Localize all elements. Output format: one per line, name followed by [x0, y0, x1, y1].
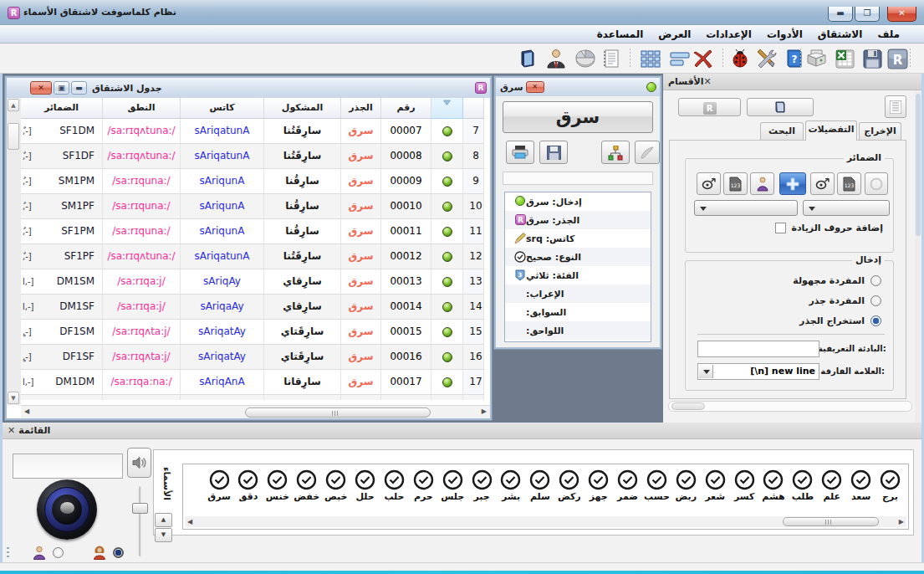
toolbar-bars-icon[interactable]	[669, 48, 692, 70]
names-scroll-down-button[interactable]: ▼	[155, 528, 172, 542]
marker-combo[interactable]: [\n] new line	[697, 363, 819, 380]
toolbar-help-icon[interactable]: ?	[784, 48, 806, 70]
info-row-3[interactable]: النوع: صحيح	[505, 248, 651, 266]
female-voice-radio[interactable]	[113, 547, 124, 558]
table-row-7[interactable]: ٌ,-]SF1DM/sa:rɪqʌtuna:/sAriqatunAسارِقَت…	[21, 119, 490, 144]
name-item-حلل[interactable]: حلل	[350, 469, 380, 516]
name-item-جبر[interactable]: جبر	[467, 469, 497, 516]
name-item-خفض[interactable]: خفض	[292, 469, 321, 516]
name-item-برج[interactable]: برج	[876, 469, 905, 516]
column-header[interactable]: الجذر	[341, 98, 381, 119]
sections-book-button[interactable]	[747, 98, 814, 116]
info-row-6[interactable]: السوابق:	[505, 303, 651, 321]
extra-letters-checkbox[interactable]	[775, 223, 786, 233]
info-row-4[interactable]: 3الفئة: ثلاثي	[505, 266, 651, 284]
name-item-علم[interactable]: علم	[817, 469, 846, 516]
toolbar-red-x-icon[interactable]	[692, 48, 715, 70]
toolbar-document-icon[interactable]	[600, 48, 623, 70]
menu-2[interactable]: الأدوات	[759, 28, 810, 40]
female-voice-option[interactable]	[93, 546, 124, 560]
table-row-18[interactable]: ا,-]DM1DF/sa:rɪqa:na:/sAriqAnAسارِقاناسر…	[21, 395, 490, 400]
tab-search[interactable]: البحث	[760, 122, 804, 140]
root-save-button[interactable]	[539, 141, 568, 164]
menu-1[interactable]: الاشتقاق	[810, 28, 870, 40]
sections-list-button[interactable]	[885, 95, 906, 118]
pronoun-combo-left[interactable]	[694, 200, 798, 216]
name-item-كسر[interactable]: كسر	[730, 469, 759, 516]
table-horizontal-scrollbar[interactable]: ◀ ▶	[21, 405, 490, 418]
table-row-15[interactable]: ٍ,-]DF1SM/sa:rɪqʌta:j/sAriqatAyسارِقَتاي…	[21, 320, 490, 345]
info-row-7[interactable]: اللواحق:	[505, 321, 651, 340]
speaker-button[interactable]	[127, 448, 151, 478]
pronoun-gender-button-right[interactable]	[810, 172, 835, 195]
table-maximize-button[interactable]: ▣	[54, 81, 69, 95]
table-row-14[interactable]: ا,-]DM1SF/sa:rɪqa:j/sAriqaAyسارِقايسرق00…	[21, 295, 490, 320]
menu-5[interactable]: المساعدة	[590, 28, 651, 40]
name-item-شعر[interactable]: شعر	[701, 469, 730, 516]
name-item-خنس[interactable]: خنس	[263, 469, 292, 516]
name-item-طلب[interactable]: طلب	[788, 469, 817, 516]
pronoun-combo-right[interactable]	[803, 200, 890, 216]
name-item-خبص[interactable]: خبص	[321, 469, 350, 516]
name-item-سلم[interactable]: سلم	[525, 469, 554, 516]
column-header[interactable]: الضمائر	[21, 98, 103, 119]
name-item-سرق[interactable]: سرق	[205, 469, 234, 516]
column-header[interactable]: كاتس	[181, 98, 264, 119]
radio-row-unknown[interactable]: المفردة مجهولة	[793, 275, 881, 286]
pronoun-add-button[interactable]	[779, 172, 806, 195]
name-item-حرم[interactable]: حرم	[409, 469, 438, 516]
table-row-13[interactable]: ا,-]DM1SM/sa:rɪqa:j/sAriqAyسارِقايسرق000…	[21, 269, 490, 295]
male-voice-option[interactable]	[33, 546, 64, 560]
name-item-جهز[interactable]: جهز	[584, 469, 613, 516]
table-minimize-button[interactable]: ▬	[71, 81, 87, 95]
pronoun-numbers-button-left[interactable]: 123	[723, 172, 748, 195]
table-row-16[interactable]: ٍ,-]DF1SF/sa:rɪqʌta:j/sAriqatAyسارِقَتاي…	[21, 345, 490, 370]
toolbar-printer-icon[interactable]	[805, 48, 828, 70]
column-filter-icon[interactable]	[431, 98, 463, 119]
table-row-12[interactable]: ٌ,-]SF1PF/sa:rɪqʌtuna:/sAriqatunAسارِقَت…	[21, 244, 490, 269]
root-panel-close-button[interactable]: ✕	[526, 81, 544, 93]
prefix-input[interactable]	[697, 341, 819, 357]
root-input-strip[interactable]	[503, 172, 653, 185]
column-header[interactable]: المشكول	[264, 98, 341, 119]
table-row-17[interactable]: ا,-]DM1DM/sa:rɪqa:na:/sAriqAnAسارِقاناسر…	[21, 370, 490, 395]
root-print-button[interactable]	[506, 141, 534, 164]
sections-close-icon[interactable]: ✕	[704, 76, 712, 87]
close-button[interactable]: ✕	[887, 7, 916, 22]
info-row-0[interactable]: إدخال: سرق	[505, 192, 651, 211]
sections-vertical-scrollbar[interactable]	[915, 90, 921, 423]
info-row-1[interactable]: Rالجذر: سرق	[505, 211, 651, 229]
volume-slider-track[interactable]	[139, 486, 141, 556]
name-item-ربض[interactable]: ربض	[671, 469, 701, 516]
speech-text-input[interactable]	[13, 454, 123, 479]
maximize-button[interactable]: ❐	[855, 7, 880, 22]
table-close-button[interactable]: ✕	[30, 81, 52, 95]
table-row-9[interactable]: ُ,-]SM1PM/sa:rɪquna:/sAriqunAسارِقُناسرق…	[21, 169, 490, 194]
tab-output[interactable]: الإخراج	[859, 122, 901, 140]
name-item-دقق[interactable]: دقق	[234, 469, 263, 516]
minimize-button[interactable]: ▬	[828, 7, 853, 22]
radio-root[interactable]	[870, 295, 881, 306]
column-header-empty[interactable]	[463, 98, 484, 119]
radio-row-extract[interactable]: استخراج الجذر	[799, 315, 881, 326]
sections-r-button[interactable]: R	[678, 98, 741, 116]
table-vertical-scrollbar[interactable]: ▲ ▼	[7, 98, 21, 405]
toolbar-tools-icon[interactable]	[755, 48, 778, 70]
sections-bottom-scrollbar[interactable]	[668, 401, 912, 412]
extra-letters-checkbox-row[interactable]: إضافة حروف الزيادة	[775, 223, 883, 233]
menu-4[interactable]: العرض	[651, 28, 698, 40]
menu-0[interactable]: ملف	[870, 28, 907, 40]
pronoun-person-button[interactable]	[750, 172, 774, 195]
name-item-ركض[interactable]: ركض	[554, 469, 584, 516]
table-row-8[interactable]: ٌ,-]SF1DF/sa:rɪqʌtuna:/sAriqatunAسارِقَت…	[21, 144, 490, 169]
table-row-11[interactable]: ُ,-]SF1PM/sa:rɪquna:/sAriqunAسارِقُناسرق…	[21, 219, 490, 244]
info-row-2[interactable]: كاتس: srq	[505, 229, 651, 248]
pronoun-circle-button[interactable]	[865, 172, 888, 195]
tab-preferences[interactable]: التفضيلات	[805, 120, 857, 141]
root-big-button[interactable]: سرق	[503, 101, 653, 133]
name-item-حسب[interactable]: حسب	[642, 469, 671, 516]
toolbar-bug-icon[interactable]	[729, 48, 752, 70]
info-row-5[interactable]: الإعراب:	[505, 284, 651, 303]
column-header[interactable]: رقم	[381, 98, 431, 119]
radio-extract[interactable]	[870, 315, 881, 326]
